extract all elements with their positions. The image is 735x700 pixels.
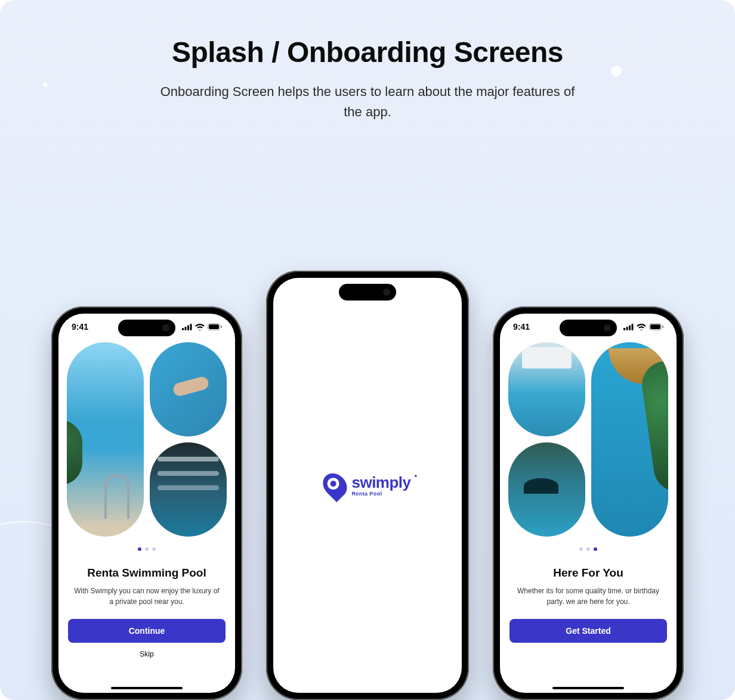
pool-image: [508, 342, 585, 436]
cellular-signal-icon: [182, 324, 192, 330]
decorative-dot: [611, 66, 622, 76]
skip-button[interactable]: Skip: [58, 650, 235, 658]
svg-rect-10: [632, 324, 634, 330]
notch: [339, 284, 396, 301]
wifi-icon: [195, 324, 205, 330]
notch: [118, 320, 175, 336]
onboarding-title: Here For You: [500, 566, 677, 580]
indicator-dot: [152, 547, 156, 551]
battery-icon: [649, 323, 663, 330]
page-title: Splash / Onboarding Screens: [24, 36, 711, 69]
page-indicator: [500, 547, 677, 551]
brand-tagline: Renta Pool: [351, 491, 410, 497]
home-indicator: [552, 687, 624, 689]
onboarding-title: Renta Swimming Pool: [58, 566, 235, 580]
indicator-dot: [579, 547, 583, 551]
logo-pin-icon: [318, 469, 352, 503]
phone-onboarding-3: 9:41: [493, 306, 684, 700]
page-subtitle: Onboarding Screen helps the users to lea…: [153, 82, 582, 122]
home-indicator: [111, 687, 183, 689]
page-indicator: [58, 547, 235, 551]
svg-rect-8: [626, 327, 628, 330]
continue-button[interactable]: Continue: [68, 619, 226, 643]
onboarding-gallery: [500, 340, 677, 537]
pool-image: [591, 342, 668, 537]
indicator-dot: [586, 547, 590, 551]
svg-rect-9: [629, 325, 631, 330]
brand-name: swimply: [351, 475, 410, 490]
status-time: 9:41: [513, 322, 530, 332]
pool-image: [508, 442, 585, 537]
pool-image: [150, 342, 227, 436]
svg-rect-3: [190, 324, 192, 330]
svg-rect-5: [209, 324, 219, 329]
svg-rect-6: [221, 326, 222, 328]
wifi-icon: [637, 324, 646, 330]
svg-rect-2: [187, 325, 189, 330]
onboarding-gallery: [58, 340, 235, 537]
indicator-dot: [594, 547, 597, 551]
brand-logo: swimply Renta Pool: [324, 472, 410, 498]
svg-rect-7: [623, 328, 625, 330]
cellular-signal-icon: [623, 324, 634, 330]
decorative-dot: [43, 82, 48, 87]
pool-image: [150, 442, 227, 537]
status-time: 9:41: [72, 322, 88, 332]
svg-rect-13: [662, 326, 663, 328]
onboarding-description: With Swimply you can now enjoy the luxur…: [58, 586, 235, 607]
battery-icon: [208, 323, 222, 330]
svg-rect-12: [650, 324, 660, 329]
indicator-dot: [145, 547, 149, 551]
pool-image: [67, 342, 144, 537]
phones-row: 9:41: [0, 271, 735, 700]
indicator-dot: [138, 547, 141, 551]
onboarding-description: Whether its for some quality time. or bi…: [500, 586, 677, 607]
phone-splash: swimply Renta Pool: [266, 271, 469, 700]
phone-onboarding-1: 9:41: [51, 306, 242, 700]
notch: [560, 320, 617, 336]
svg-rect-1: [185, 327, 187, 330]
get-started-button[interactable]: Get Started: [509, 619, 667, 643]
svg-rect-0: [182, 328, 184, 330]
